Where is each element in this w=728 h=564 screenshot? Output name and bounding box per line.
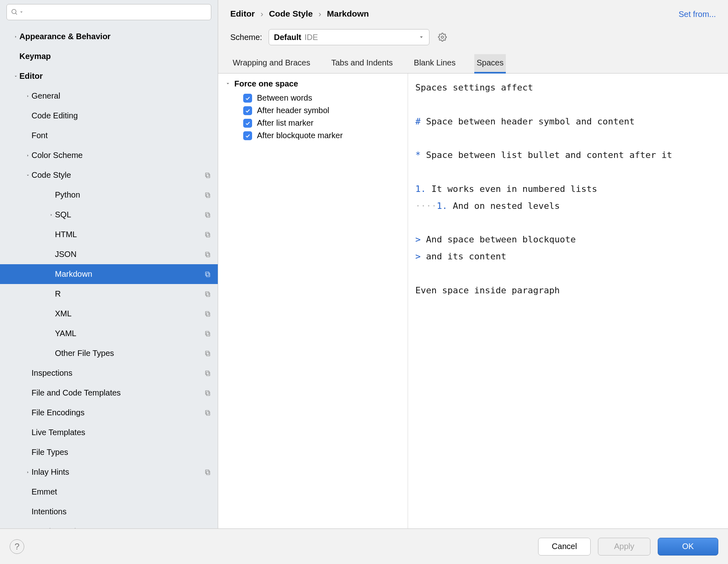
svg-rect-13 <box>206 272 209 276</box>
copy-settings-icon[interactable] <box>204 172 211 179</box>
tree-item-color-scheme[interactable]: Color Scheme <box>0 145 218 165</box>
option-group-force-one-space[interactable]: Force one space <box>225 79 400 88</box>
search-icon <box>11 8 18 16</box>
tree-item-python[interactable]: Python <box>0 185 218 205</box>
tree-item-keymap[interactable]: Keymap <box>0 46 218 66</box>
option-between-words[interactable]: Between words <box>225 92 400 104</box>
tree-item-reader-mode[interactable]: Reader Mode <box>0 522 218 528</box>
cancel-button[interactable]: Cancel <box>538 538 591 556</box>
copy-settings-icon[interactable] <box>204 271 211 278</box>
tab-blank-lines[interactable]: Blank Lines <box>411 54 458 73</box>
tree-item-code-editing[interactable]: Code Editing <box>0 106 218 126</box>
tree-item-yaml[interactable]: YAML <box>0 324 218 343</box>
tree-item-r[interactable]: R <box>0 284 218 304</box>
tree-item-file-and-code-templates[interactable]: File and Code Templates <box>0 383 218 403</box>
ok-button[interactable]: OK <box>658 538 718 556</box>
copy-settings-icon[interactable] <box>204 310 211 318</box>
svg-rect-7 <box>206 213 209 216</box>
tree-item-label: Editor <box>19 72 211 81</box>
chevron-right-icon[interactable] <box>48 213 55 217</box>
tree-item-label: File Encodings <box>32 408 204 417</box>
tree-item-other-file-types[interactable]: Other File Types <box>0 343 218 363</box>
tree-item-editor[interactable]: Editor <box>0 66 218 86</box>
tree-item-markdown[interactable]: Markdown <box>0 264 218 284</box>
svg-rect-26 <box>206 412 210 415</box>
copy-settings-icon[interactable] <box>204 251 211 258</box>
chevron-down-icon[interactable] <box>24 173 32 177</box>
tree-item-label: Other File Types <box>55 349 204 358</box>
copy-settings-icon[interactable] <box>204 350 211 357</box>
copy-settings-icon[interactable] <box>204 330 211 337</box>
checkbox-icon[interactable] <box>243 131 252 140</box>
tree-item-live-templates[interactable]: Live Templates <box>0 423 218 442</box>
tree-item-label: Code Editing <box>32 111 211 120</box>
tree-item-appearance-behavior[interactable]: Appearance & Behavior <box>0 27 218 46</box>
svg-rect-25 <box>206 391 209 394</box>
tree-item-label: R <box>55 289 204 299</box>
scheme-suffix: IDE <box>305 33 318 42</box>
chevron-down-icon[interactable] <box>12 74 19 78</box>
option-label: After list marker <box>257 118 314 128</box>
chevron-right-icon: › <box>318 9 321 19</box>
copy-settings-icon[interactable] <box>204 409 211 417</box>
search-filter-chevron-icon[interactable] <box>19 10 24 15</box>
tree-item-label: Emmet <box>32 487 211 497</box>
breadcrumb-item[interactable]: Editor <box>230 9 255 19</box>
chevron-right-icon[interactable] <box>12 35 19 39</box>
breadcrumb: Editor › Code Style › Markdown <box>218 0 679 23</box>
settings-content: Editor › Code Style › Markdown Scheme: D… <box>218 0 728 528</box>
checkbox-icon[interactable] <box>243 119 252 128</box>
tree-item-inlay-hints[interactable]: Inlay Hints <box>0 462 218 482</box>
settings-sidebar: Appearance & BehaviorKeymapEditorGeneral… <box>0 0 218 528</box>
settings-tree[interactable]: Appearance & BehaviorKeymapEditorGeneral… <box>0 23 218 528</box>
tab-spaces[interactable]: Spaces <box>474 54 506 74</box>
help-button[interactable]: ? <box>10 539 24 554</box>
tree-item-json[interactable]: JSON <box>0 244 218 264</box>
tree-item-label: Intentions <box>32 507 211 516</box>
tab-wrapping-and-braces[interactable]: Wrapping and Braces <box>230 54 313 73</box>
chevron-right-icon[interactable] <box>24 94 32 98</box>
svg-rect-12 <box>206 273 210 277</box>
tree-item-label: SQL <box>55 210 204 219</box>
chevron-right-icon[interactable] <box>24 154 32 158</box>
set-from-link[interactable]: Set from... <box>679 0 728 19</box>
scheme-select[interactable]: Default IDE <box>269 29 429 45</box>
apply-button[interactable]: Apply <box>598 538 650 556</box>
checkbox-icon[interactable] <box>243 106 252 115</box>
tree-item-inspections[interactable]: Inspections <box>0 363 218 383</box>
breadcrumb-item: Markdown <box>327 9 369 19</box>
copy-settings-icon[interactable] <box>204 231 211 238</box>
option-after-list-marker[interactable]: After list marker <box>225 117 400 129</box>
tree-item-intentions[interactable]: Intentions <box>0 502 218 522</box>
copy-settings-icon[interactable] <box>204 370 211 377</box>
option-after-header-symbol[interactable]: After header symbol <box>225 104 400 117</box>
svg-rect-6 <box>206 214 210 217</box>
tree-item-file-types[interactable]: File Types <box>0 442 218 462</box>
scheme-name: Default <box>274 33 301 42</box>
copy-settings-icon[interactable] <box>204 192 211 199</box>
tree-item-html[interactable]: HTML <box>0 225 218 244</box>
tab-tabs-and-indents[interactable]: Tabs and Indents <box>329 54 395 73</box>
tree-item-label: Code Style <box>32 170 204 180</box>
tree-item-emmet[interactable]: Emmet <box>0 482 218 502</box>
tree-item-label: Inspections <box>32 368 204 378</box>
chevron-right-icon[interactable] <box>24 470 32 474</box>
tree-item-xml[interactable]: XML <box>0 304 218 324</box>
tree-item-code-style[interactable]: Code Style <box>0 165 218 185</box>
copy-settings-icon[interactable] <box>204 290 211 298</box>
tree-item-font[interactable]: Font <box>0 126 218 145</box>
scheme-actions-gear-icon[interactable] <box>436 31 449 44</box>
copy-settings-icon[interactable] <box>204 469 211 476</box>
option-after-blockquote-marker[interactable]: After blockquote marker <box>225 129 400 142</box>
code-style-tabs: Wrapping and BracesTabs and IndentsBlank… <box>218 47 728 74</box>
breadcrumb-item[interactable]: Code Style <box>269 9 313 19</box>
tree-item-sql[interactable]: SQL <box>0 205 218 225</box>
svg-rect-5 <box>206 193 209 196</box>
checkbox-icon[interactable] <box>243 94 252 103</box>
tree-item-general[interactable]: General <box>0 86 218 106</box>
search-input[interactable] <box>6 4 211 20</box>
svg-rect-3 <box>206 173 209 177</box>
copy-settings-icon[interactable] <box>204 211 211 219</box>
tree-item-file-encodings[interactable]: File Encodings <box>0 403 218 423</box>
copy-settings-icon[interactable] <box>204 389 211 397</box>
